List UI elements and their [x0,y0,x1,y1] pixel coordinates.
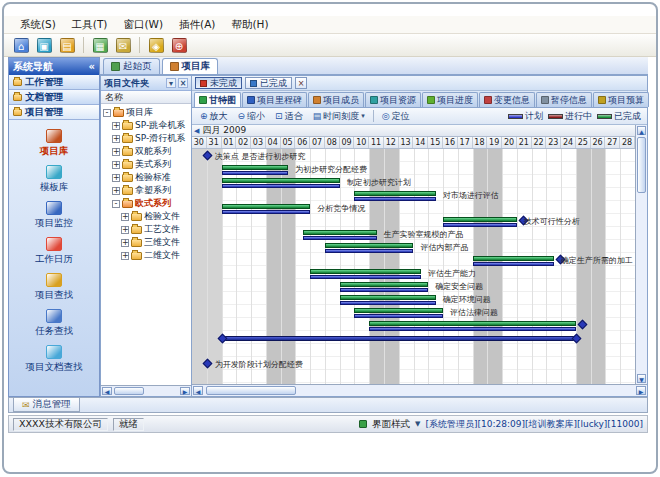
tree-expander-icon[interactable]: + [121,226,129,234]
collapse-sidebar-button[interactable]: « [89,61,95,72]
mail-icon-button[interactable]: ✉ [113,36,133,55]
tree-expander-icon[interactable]: + [112,148,120,156]
view-tab-members[interactable]: 项目成员 [308,92,364,107]
scrollbar-thumb[interactable] [637,137,646,193]
sidebar-item-project-doc-search[interactable]: 项目文档查找 [9,343,99,376]
sidebar-group-work[interactable]: 工作管理 [9,75,99,90]
folder-icon-button[interactable]: ▤ [57,36,77,55]
task-bar-completed [325,243,414,248]
exit-icon-button[interactable]: ⊕ [169,36,189,55]
sidebar-item-task-search[interactable]: 任务查找 [9,307,99,340]
content-body: 项目文件夹 ▾ × 名称 -项目库+SP-跳伞机系+SP-滑行机系+双舵系列+美… [100,75,648,397]
chart-icon-button[interactable]: ▦ [90,36,110,55]
view-tab-change[interactable]: 变更信息 [479,92,535,107]
scrollbar-thumb[interactable] [206,386,296,395]
gantt-grid[interactable]: 决策点 是否进行初步研究为初步研究分配经费制定初步研究计划对市场进行评估分析竞争… [192,149,635,384]
menu-item[interactable]: 工具(T) [64,17,116,33]
task-bar-plan [325,249,414,253]
tree-node[interactable]: +双舵系列 [101,145,191,158]
sidebar-group-projects[interactable]: 项目管理 [9,105,99,120]
view-tab-progress[interactable]: 项目进度 [422,92,478,107]
timeline-left-arrow[interactable]: ◀ [194,127,199,135]
tree-expander-icon[interactable]: - [103,109,111,117]
tree-node[interactable]: +工艺文件 [101,223,191,236]
message-tab-label: 消息管理 [33,398,71,411]
view-tab-milestone[interactable]: 项目里程碑 [242,92,307,107]
tree-node[interactable]: -欧式系列 [101,197,191,210]
weekend-shade [576,149,591,384]
task-bar-completed [303,230,377,235]
members-icon [313,96,321,104]
tab-project-library[interactable]: 项目库 [162,58,219,74]
view-tab-label: 项目资源 [380,94,416,107]
view-tab-resources[interactable]: 项目资源 [365,92,421,107]
tree-node[interactable]: -项目库 [101,106,191,119]
zoom-in-button[interactable]: ⊕放大 [196,108,232,125]
view-tab-gantt[interactable]: 甘特图 [194,92,241,107]
scroll-left-arrow[interactable]: ◀ [193,386,203,395]
tree-expander-icon[interactable]: + [112,174,120,182]
task-bar-plan [340,288,429,292]
tree-node[interactable]: +SP-跳伞机系 [101,119,191,132]
locate-button[interactable]: ◎定位 [378,108,414,125]
filter-completed-button[interactable]: 已完成 [245,77,292,89]
tree-node[interactable]: +检验文件 [101,210,191,223]
tree-horizontal-scrollbar[interactable]: ◀ ▶ [101,385,191,396]
message-strip: ✉ 消息管理 [8,397,648,413]
menu-item[interactable]: 系统(S) [12,17,64,33]
message-manager-tab[interactable]: ✉ 消息管理 [13,398,80,412]
scroll-up-arrow[interactable]: ▲ [637,126,646,135]
key-icon-button[interactable]: ◈ [146,36,166,55]
view-tab-pause[interactable]: 暂停信息 [536,92,592,107]
sidebar-item-project-search[interactable]: 项目查找 [9,271,99,304]
style-dropdown-arrow[interactable]: ▼ [415,420,420,428]
tree-expander-icon[interactable]: - [112,200,120,208]
sidebar-item-project-library[interactable]: 项目库 [9,127,99,160]
tree-node[interactable]: +拿塑系列 [101,184,191,197]
close-icon[interactable]: × [178,78,188,88]
tree-node[interactable]: +SP-滑行机系 [101,132,191,145]
task-bar-plan [222,184,340,188]
project-folder-panel: 项目文件夹 ▾ × 名称 -项目库+SP-跳伞机系+SP-滑行机系+双舵系列+美… [100,75,192,397]
tree-node-label: 双舵系列 [135,145,171,158]
menu-item[interactable]: 插件(A) [171,17,223,33]
scroll-left-arrow[interactable]: ◀ [102,387,112,395]
scroll-down-arrow[interactable]: ▼ [637,374,646,383]
zoom-out-button[interactable]: ⊖缩小 [234,108,270,125]
sidebar-groups: 工作管理文档管理项目管理 [9,75,99,120]
tree-node[interactable]: +三维文件 [101,236,191,249]
menu-item[interactable]: 帮助(H) [223,17,276,33]
session-info: [系统管理员][10:28:09][培训教案库][lucky][11000] [425,418,643,431]
tree-node[interactable]: +二维文件 [101,249,191,262]
tree-expander-icon[interactable]: + [121,252,129,260]
day-header-cell: 19 [487,137,502,149]
folder-icon [122,135,133,143]
view-tab-budget[interactable]: 项目预算 [593,92,649,107]
tree-expander-icon[interactable]: + [121,213,129,221]
tree-node[interactable]: +美式系列 [101,158,191,171]
sidebar-item-work-calendar[interactable]: 工作日历 [9,235,99,268]
scroll-right-arrow[interactable]: ▶ [180,387,190,395]
tree-expander-icon[interactable]: + [112,187,120,195]
window-icon-button[interactable]: ▣ [34,36,54,55]
vertical-scrollbar[interactable]: ▲ ▼ [635,125,647,384]
filter-close-button[interactable]: × [295,77,307,89]
sidebar-group-documents[interactable]: 文档管理 [9,90,99,105]
horizontal-scrollbar[interactable]: ◀ ▶ [192,384,647,396]
home-icon-button[interactable]: ⌂ [11,36,31,55]
sidebar-item-project-monitor[interactable]: 项目监控 [9,199,99,232]
sidebar-item-template-library[interactable]: 模板库 [9,163,99,196]
tree-expander-icon[interactable]: + [112,135,120,143]
scroll-right-arrow[interactable]: ▶ [636,386,646,395]
scrollbar-thumb[interactable] [114,387,144,395]
chevron-down-icon[interactable]: ▾ [166,78,176,88]
tree-expander-icon[interactable]: + [112,122,120,130]
zoom-fit-button[interactable]: ⊡适合 [271,108,307,125]
time-scale-button[interactable]: ▤时间刻度▾ [309,108,369,125]
tab-start-page[interactable]: 起始页 [103,58,160,74]
filter-incomplete-button[interactable]: 未完成 [195,77,242,89]
menu-item[interactable]: 窗口(W) [115,17,171,33]
tree-expander-icon[interactable]: + [112,161,120,169]
tree-node[interactable]: +检验标准 [101,171,191,184]
tree-expander-icon[interactable]: + [121,239,129,247]
